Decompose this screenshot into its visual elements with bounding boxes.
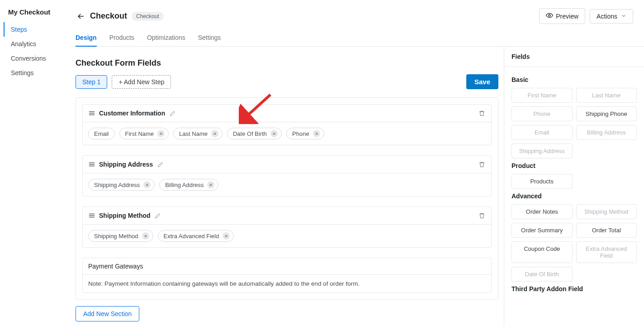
- field-tile-billing-address: Billing Address: [576, 125, 637, 140]
- drag-handle-icon[interactable]: [88, 110, 95, 117]
- field-tile-order-notes[interactable]: Order Notes: [511, 204, 573, 219]
- pencil-icon[interactable]: [154, 212, 161, 219]
- field-chip-first-name[interactable]: First Name✕: [119, 128, 169, 139]
- field-group-advanced: Advanced: [511, 192, 637, 200]
- field-tile-email: Email: [511, 125, 573, 140]
- header: Checkout Checkout Preview Actions: [70, 0, 644, 29]
- sidebar-item-steps[interactable]: Steps: [4, 22, 70, 37]
- actions-button[interactable]: Actions: [590, 9, 633, 24]
- trash-icon[interactable]: [478, 211, 486, 220]
- sidebar-item-settings[interactable]: Settings: [5, 66, 70, 80]
- field-tile-extra-advanced-field: Extra Advanced Field: [576, 241, 637, 263]
- sidebar: My Checkout Steps Analytics Conversions …: [0, 0, 70, 326]
- field-chip-phone[interactable]: Phone✕: [286, 128, 324, 139]
- field-tile-order-summary[interactable]: Order Summary: [511, 223, 573, 238]
- trash-icon[interactable]: [478, 109, 486, 117]
- section-shipping-method: Shipping Method Shipping Method✕ Extr: [82, 206, 492, 248]
- trash-icon[interactable]: [478, 160, 486, 168]
- sidebar-item-analytics[interactable]: Analytics: [5, 37, 70, 51]
- content-title: Checkout Form Fields: [76, 58, 498, 68]
- close-icon[interactable]: ✕: [157, 130, 165, 137]
- field-chip-email[interactable]: Email: [88, 128, 115, 139]
- preview-button[interactable]: Preview: [539, 8, 585, 24]
- field-chip-last-name[interactable]: Last Name✕: [173, 128, 223, 139]
- payment-gateways-card: Payment Gateways Note: Payment Informati…: [82, 258, 492, 293]
- field-tile-last-name: Last Name: [576, 88, 637, 103]
- field-tile-first-name: First Name: [511, 88, 573, 103]
- field-group-basic: Basic: [511, 76, 637, 83]
- tab-optimizations[interactable]: Optimizations: [147, 29, 185, 47]
- save-button[interactable]: Save: [466, 74, 498, 89]
- main: Checkout Checkout Preview Actions Design…: [70, 0, 644, 326]
- drag-handle-icon[interactable]: [88, 212, 95, 219]
- content: Checkout Form Fields Step 1 + Add New St…: [70, 47, 504, 326]
- actions-label: Actions: [597, 13, 617, 20]
- fields-panel-title: Fields: [504, 47, 644, 67]
- section-title: Shipping Address: [99, 161, 153, 168]
- preview-label: Preview: [556, 13, 578, 20]
- tab-products[interactable]: Products: [109, 29, 134, 47]
- sidebar-title: My Checkout: [0, 8, 70, 22]
- section-customer-information: Customer Information Email First Name: [82, 104, 492, 145]
- pencil-icon[interactable]: [156, 161, 164, 168]
- fields-panel: Fields Basic First Name Last Name Phone …: [504, 47, 644, 326]
- close-icon[interactable]: ✕: [207, 181, 214, 188]
- add-step-button[interactable]: + Add New Step: [112, 75, 171, 89]
- sidebar-nav: Steps Analytics Conversions Settings: [4, 22, 70, 80]
- page-title: Checkout: [90, 11, 127, 21]
- pencil-icon[interactable]: [169, 110, 176, 117]
- svg-point-0: [549, 14, 550, 16]
- close-icon[interactable]: ✕: [313, 130, 320, 137]
- tab-settings[interactable]: Settings: [198, 29, 221, 47]
- step-pill[interactable]: Step 1: [76, 75, 107, 89]
- field-group-third-party: Third Party Addon Field: [511, 285, 637, 292]
- field-chip-shipping-address[interactable]: Shipping Address✕: [88, 179, 155, 191]
- field-tile-date-of-birth: Date Of Birth: [511, 267, 573, 282]
- section-title: Shipping Method: [99, 212, 151, 219]
- section-shipping-address: Shipping Address Shipping Address✕ Bi: [82, 155, 492, 197]
- back-arrow-icon[interactable]: [76, 11, 86, 22]
- close-icon[interactable]: ✕: [211, 130, 218, 137]
- field-tile-phone: Phone: [511, 106, 573, 121]
- field-tile-shipping-address: Shipping Address: [511, 144, 573, 158]
- drag-handle-icon[interactable]: [88, 161, 95, 168]
- close-icon[interactable]: ✕: [270, 130, 278, 137]
- field-tile-shipping-method: Shipping Method: [576, 204, 637, 219]
- field-tile-order-total[interactable]: Order Total: [576, 223, 637, 238]
- section-title: Customer Information: [99, 110, 165, 117]
- field-tile-products[interactable]: Products: [511, 174, 573, 189]
- page-type-badge: Checkout: [132, 12, 164, 21]
- field-group-product: Product: [511, 162, 637, 169]
- field-tile-coupon-code[interactable]: Coupon Code: [511, 241, 573, 263]
- sections-container: Customer Information Email First Name: [76, 97, 498, 300]
- field-chip-date-of-birth[interactable]: Date Of Birth✕: [227, 128, 282, 139]
- close-icon[interactable]: ✕: [143, 181, 151, 188]
- close-icon[interactable]: ✕: [142, 232, 149, 240]
- close-icon[interactable]: ✕: [223, 232, 230, 240]
- sidebar-item-conversions[interactable]: Conversions: [5, 51, 70, 66]
- field-chip-shipping-method[interactable]: Shipping Method✕: [88, 230, 153, 242]
- chevron-down-icon: [621, 13, 626, 20]
- field-chip-billing-address[interactable]: Billing Address✕: [159, 179, 218, 191]
- field-chip-extra-advanced-field[interactable]: Extra Advanced Field✕: [158, 230, 234, 242]
- payment-title: Payment Gateways: [83, 258, 491, 275]
- payment-note: Note: Payment Information containing gat…: [83, 275, 491, 292]
- add-section-button[interactable]: Add New Section: [76, 306, 139, 321]
- field-tile-shipping-phone[interactable]: Shipping Phone: [576, 106, 637, 121]
- tab-design[interactable]: Design: [76, 29, 97, 47]
- eye-icon: [546, 12, 553, 20]
- tabs: Design Products Optimizations Settings: [70, 29, 644, 47]
